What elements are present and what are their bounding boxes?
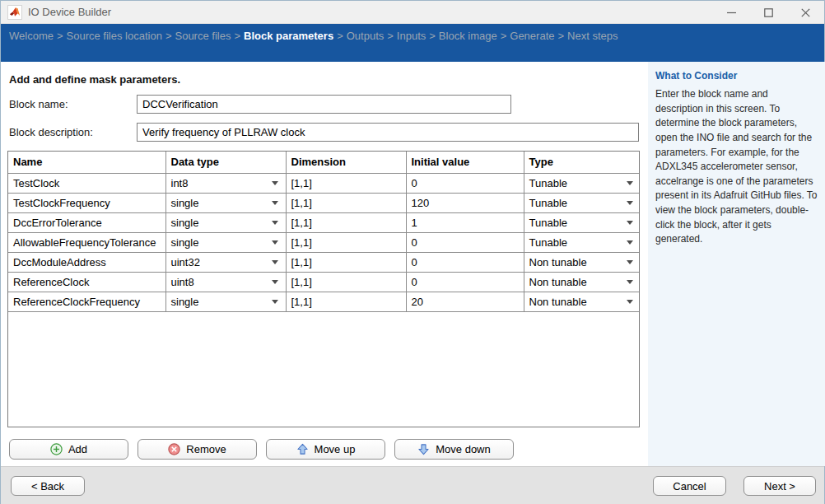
cell-dimension[interactable]: [1,1]: [286, 252, 406, 272]
cell-initial-value[interactable]: 0: [406, 272, 524, 292]
cell-initial-value[interactable]: 0: [406, 252, 524, 272]
table-header-row: Name Data type Dimension Initial value T…: [8, 152, 640, 173]
cell-name[interactable]: DccModuleAddress: [8, 252, 165, 272]
window-title: IO Device Builder: [28, 6, 111, 18]
breadcrumb-separator: >: [337, 30, 343, 42]
column-header-name: Name: [8, 152, 165, 173]
cell-type-dropdown[interactable]: Tunable: [524, 173, 640, 193]
help-panel-title: What to Consider: [655, 70, 818, 82]
wizard-footer: < Back Cancel Next >: [1, 466, 824, 504]
cell-dimension[interactable]: [1,1]: [286, 212, 406, 232]
breadcrumb-step-outputs: Outputs: [347, 30, 385, 42]
breadcrumb-separator: >: [165, 30, 172, 42]
back-button[interactable]: < Back: [11, 476, 85, 496]
table-row: DccErrorTolerance single [1,1] 1 Tunable: [8, 212, 640, 232]
cell-name[interactable]: AllowableFrequencyTolerance: [8, 232, 165, 252]
title-bar: IO Device Builder: [1, 1, 824, 24]
cell-data-type-dropdown[interactable]: single: [165, 193, 286, 212]
minimize-button[interactable]: [713, 1, 750, 24]
cell-data-type-dropdown[interactable]: uint32: [165, 252, 286, 272]
cancel-button[interactable]: Cancel: [653, 476, 726, 496]
block-description-label: Block description:: [9, 126, 93, 138]
cell-data-type-dropdown[interactable]: int8: [165, 173, 286, 193]
column-header-data-type: Data type: [165, 152, 286, 173]
what-to-consider-panel: What to Consider Enter the block name an…: [648, 62, 825, 466]
main-content: Add and define mask parameters. Block na…: [1, 62, 648, 466]
mask-parameters-table: Name Data type Dimension Initial value T…: [7, 151, 640, 427]
breadcrumb-step-inputs: Inputs: [397, 30, 426, 42]
dropdown-arrow-icon: [272, 221, 278, 225]
dropdown-arrow-icon: [627, 181, 633, 185]
cell-dimension[interactable]: [1,1]: [286, 193, 406, 212]
cell-dimension[interactable]: [1,1]: [286, 173, 406, 193]
move-down-button-label: Move down: [436, 443, 490, 455]
cell-initial-value[interactable]: 20: [406, 292, 524, 311]
cell-type-dropdown[interactable]: Tunable: [524, 193, 640, 212]
remove-button[interactable]: Remove: [138, 439, 257, 460]
dropdown-arrow-icon: [627, 300, 633, 304]
cell-name[interactable]: TestClock: [8, 173, 165, 193]
maximize-button[interactable]: [750, 1, 787, 24]
cell-name[interactable]: TestClockFrequency: [8, 193, 165, 212]
matlab-app-icon: [7, 5, 22, 20]
cell-dimension[interactable]: [1,1]: [286, 292, 406, 311]
cell-type-dropdown[interactable]: Non tunable: [524, 292, 640, 311]
column-header-dimension: Dimension: [286, 152, 406, 173]
cell-data-type-dropdown[interactable]: single: [165, 292, 286, 311]
dropdown-arrow-icon: [272, 280, 278, 284]
cell-data-type-dropdown[interactable]: single: [165, 212, 286, 232]
breadcrumb-step-generate: Generate: [510, 30, 554, 42]
data-type-value: int8: [171, 177, 189, 189]
cell-name[interactable]: DccErrorTolerance: [8, 212, 165, 232]
block-name-input[interactable]: [137, 95, 511, 114]
breadcrumb-separator: >: [57, 30, 63, 42]
add-button[interactable]: Add: [9, 439, 128, 460]
cell-dimension[interactable]: [1,1]: [286, 232, 406, 252]
cell-type-dropdown[interactable]: Tunable: [524, 232, 640, 252]
block-description-input[interactable]: [137, 123, 639, 142]
help-panel-body: Enter the block name and description in …: [655, 87, 818, 247]
cell-type-dropdown[interactable]: Non tunable: [524, 252, 640, 272]
cell-initial-value[interactable]: 0: [406, 173, 524, 193]
cell-initial-value[interactable]: 120: [406, 193, 524, 212]
type-value: Tunable: [529, 177, 568, 189]
data-type-value: single: [171, 217, 199, 229]
page-heading: Add and define mask parameters.: [9, 73, 180, 86]
dropdown-arrow-icon: [627, 280, 633, 284]
type-value: Tunable: [529, 236, 568, 249]
cell-data-type-dropdown[interactable]: single: [165, 232, 286, 252]
data-type-value: single: [171, 236, 199, 249]
cell-data-type-dropdown[interactable]: uint8: [165, 272, 286, 292]
dropdown-arrow-icon: [272, 260, 278, 264]
move-up-button[interactable]: Move up: [266, 439, 385, 460]
dropdown-arrow-icon: [627, 240, 633, 245]
cell-dimension[interactable]: [1,1]: [286, 272, 406, 292]
type-value: Tunable: [529, 197, 568, 209]
remove-button-label: Remove: [186, 443, 226, 455]
table-row: TestClock int8 [1,1] 0 Tunable: [8, 173, 640, 193]
data-type-value: uint32: [171, 256, 200, 268]
table-row: AllowableFrequencyTolerance single [1,1]…: [8, 232, 640, 252]
dropdown-arrow-icon: [272, 181, 278, 185]
breadcrumb-separator: >: [557, 30, 564, 42]
table-action-buttons: Add Remove Move up Move d: [9, 439, 514, 460]
dropdown-arrow-icon: [272, 201, 278, 205]
cell-name[interactable]: ReferenceClockFrequency: [8, 292, 165, 311]
cell-type-dropdown[interactable]: Tunable: [524, 212, 640, 232]
breadcrumb-step-source-files: Source files: [175, 30, 231, 42]
dropdown-arrow-icon: [272, 240, 278, 245]
table-row: DccModuleAddress uint32 [1,1] 0 Non tuna…: [8, 252, 640, 272]
column-header-type: Type: [524, 152, 640, 173]
next-button[interactable]: Next >: [743, 476, 816, 496]
close-button[interactable]: [787, 1, 824, 24]
add-button-label: Add: [68, 443, 87, 455]
breadcrumb-step-block-image: Block image: [439, 30, 497, 42]
breadcrumb-step-next-steps: Next steps: [567, 30, 618, 42]
dropdown-arrow-icon: [627, 260, 633, 264]
cell-initial-value[interactable]: 0: [406, 232, 524, 252]
cell-name[interactable]: ReferenceClock: [8, 272, 165, 292]
arrow-up-icon: [296, 443, 309, 455]
cell-initial-value[interactable]: 1: [406, 212, 524, 232]
move-down-button[interactable]: Move down: [394, 439, 514, 460]
cell-type-dropdown[interactable]: Non tunable: [524, 272, 640, 292]
